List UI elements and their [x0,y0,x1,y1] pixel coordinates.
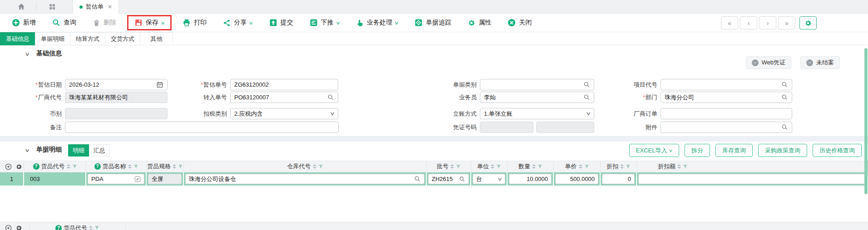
cell-quantity[interactable]: 10.0000 [508,172,554,186]
column-settings-gear-icon[interactable] [15,225,22,230]
collapse-chevron-icon[interactable]: ∨ [25,147,30,153]
column-settings-gear-icon[interactable] [15,163,22,170]
sort-icon[interactable] [532,164,536,169]
add-row-icon[interactable] [5,163,12,170]
chevron-down-icon[interactable]: ∨ [249,20,253,25]
settings-gear-button[interactable] [799,16,817,29]
cell-batch[interactable]: ZH2615 [427,172,471,186]
estimate-date-input[interactable]: 2026-03-12 [65,79,168,90]
excel-import-button[interactable]: EXCEL导入 ∨ [629,144,679,157]
col-batch-no[interactable]: 批号 [427,161,471,172]
share-button[interactable]: 分享 ∨ [223,19,252,27]
filter-funnel-icon[interactable] [456,164,461,169]
split-button[interactable]: 拆分 [685,144,710,157]
doc-category-input[interactable] [480,79,594,90]
remarks-input[interactable] [65,122,339,133]
tab-settlement-method[interactable]: 结算方式 [70,32,105,45]
chevron-down-icon[interactable]: ∨ [161,20,165,25]
project-code-input[interactable] [661,79,792,90]
first-record-button[interactable]: « [721,16,738,29]
collapse-chevron-icon[interactable]: ∨ [25,51,30,57]
lookup-icon[interactable] [781,94,788,101]
lookup-icon[interactable] [327,94,334,101]
toggle-summary[interactable]: 汇总 [89,144,110,157]
cell-item-code[interactable]: 003 [24,172,86,186]
lookup-icon[interactable] [781,81,788,88]
sort-icon[interactable] [450,164,454,169]
toggle-detail[interactable]: 明细 [68,144,89,157]
filter-funnel-icon[interactable] [683,164,688,169]
add-row-icon[interactable] [5,225,12,230]
document-trace-button[interactable]: 单据追踪 [414,19,451,27]
col-item-code[interactable]: ? 货品代号 [30,222,126,230]
cell-discount-amount[interactable] [637,172,868,186]
warehouse-input[interactable]: 珠海分公司设备仓 [185,174,424,184]
help-icon[interactable]: ? [55,225,62,230]
tab-close-icon[interactable]: ✕ [108,4,112,10]
tax-type-select[interactable]: 2.应税内含 ∨ [230,108,338,119]
query-button[interactable]: 查询 [52,19,76,27]
col-discount[interactable]: 折扣 [601,161,637,172]
table-row[interactable]: 1 003 PDA 全屏 珠海分公司设备仓 ZH2615 [0,172,868,186]
item-name-input[interactable]: PDA [88,174,144,184]
next-record-button[interactable]: › [759,16,776,29]
tab-document-detail[interactable]: 单据明细 [35,32,70,45]
sort-icon[interactable] [313,164,316,169]
col-warehouse-code[interactable]: 仓库代号 [184,161,427,172]
save-button[interactable]: 保存 ∨ [133,19,166,27]
help-icon[interactable]: ? [33,163,39,170]
last-record-button[interactable]: » [778,16,795,29]
filter-funnel-icon[interactable] [626,164,631,169]
sort-icon[interactable] [579,164,582,169]
filter-funnel-icon[interactable] [584,164,589,169]
discount-input[interactable]: 0 [602,174,635,184]
properties-button[interactable]: 属性 [468,19,491,27]
col-item-name[interactable]: ? 货品名称 [86,161,147,172]
cell-discount[interactable]: 0 [601,172,637,186]
batch-input[interactable]: ZH2615 [428,174,469,184]
vendor-order-input[interactable] [661,108,792,119]
tab-other[interactable]: 其他 [140,32,173,45]
filter-funnel-icon[interactable] [318,164,323,169]
chevron-down-icon[interactable]: ∨ [395,20,399,25]
edit-pencil-icon[interactable] [134,176,141,182]
cell-unit-price[interactable]: 500.0000 [554,172,601,186]
filter-funnel-icon[interactable] [538,164,542,169]
unit-select[interactable]: 台 ∨ [473,174,505,184]
sort-icon[interactable] [128,164,132,169]
open-case-badge[interactable]: − 未结案 [800,56,840,69]
department-input[interactable]: 珠海分公司 [661,92,792,103]
purchase-policy-query-button[interactable]: 采购政策查询 [758,144,807,157]
accounting-method-select[interactable]: 1.单张立账 ∨ [480,108,594,119]
help-icon[interactable]: ? [94,163,101,170]
attachment-input[interactable] [661,122,792,133]
business-process-button[interactable]: 业务处理 ∨ [356,19,398,27]
push-down-button[interactable]: 下推 ∨ [310,19,340,27]
discount-amount-input[interactable] [638,174,866,184]
document-tab[interactable]: 暂估单 ✕ [73,0,119,14]
quantity-input[interactable]: 10.0000 [509,174,552,184]
close-button[interactable]: 关闭 [508,19,532,27]
lookup-icon[interactable] [459,176,465,182]
chevron-down-icon[interactable]: ∨ [335,20,340,25]
delete-button[interactable]: 删除 [93,19,116,27]
prev-record-button[interactable]: ‹ [740,16,757,29]
cell-unit[interactable]: 台 ∨ [471,172,508,186]
salesperson-input[interactable]: 李灿 [480,92,594,103]
lookup-icon[interactable] [781,124,788,131]
cell-warehouse[interactable]: 珠海分公司设备仓 [184,172,427,186]
source-order-no-input[interactable]: PO63120007 [230,92,338,103]
sort-icon[interactable] [677,164,681,169]
history-price-query-button[interactable]: 历史价格查询 [813,144,862,157]
sort-icon[interactable] [67,164,70,169]
col-quantity[interactable]: 数量 [508,161,554,172]
web-voucher-badge[interactable]: − Web凭证 [746,56,792,69]
col-item-code[interactable]: ? 货品代号 [24,161,86,172]
tab-delivery-method[interactable]: 交货方式 [105,32,140,45]
tab-basic-info[interactable]: 基础信息 [0,32,35,45]
apps-grid-icon[interactable] [48,3,56,11]
sort-icon[interactable] [173,164,176,169]
filter-funnel-icon[interactable] [496,164,501,169]
col-item-spec[interactable]: 货品规格 [147,161,184,172]
home-icon[interactable] [17,3,25,11]
